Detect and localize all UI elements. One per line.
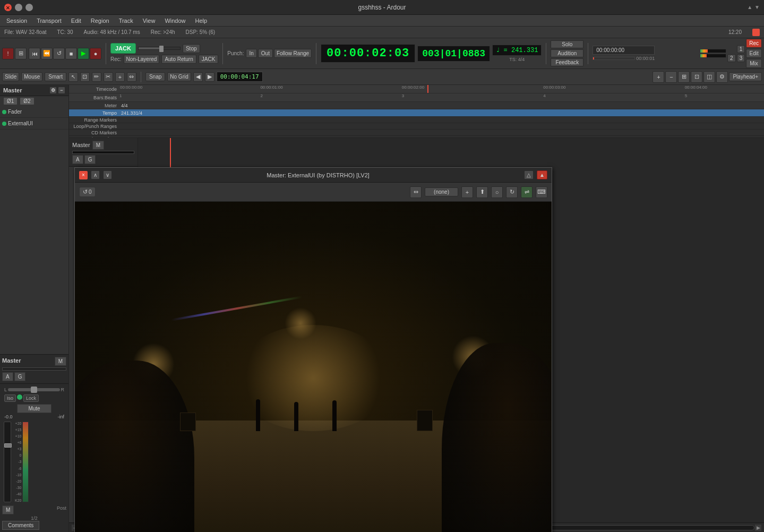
zoom-lock-icon[interactable]: ◫ xyxy=(703,71,715,83)
plugin-link-icon[interactable]: ⇌ xyxy=(521,186,533,198)
plugin-pin-btn[interactable]: ▲ xyxy=(537,170,547,179)
plugin-keyboard-icon[interactable]: ⌨ xyxy=(536,186,547,198)
time-display[interactable]: 00:00:02:03 xyxy=(321,44,415,63)
maximize-button[interactable] xyxy=(25,4,33,11)
rewind-start-btn[interactable]: ⏮ xyxy=(29,48,40,59)
menu-edit[interactable]: Edit xyxy=(67,16,85,25)
play-btn[interactable]: ▶ xyxy=(78,48,89,59)
solo-btn[interactable]: Solo xyxy=(551,40,583,48)
midi-icon[interactable]: ⊞ xyxy=(15,48,27,59)
lr-slider-thumb[interactable] xyxy=(31,387,37,393)
edit-top-btn[interactable]: Edit xyxy=(746,49,762,58)
no-grid-btn[interactable]: No Grid xyxy=(167,72,191,81)
plugin-scale-icon[interactable]: ⇔ xyxy=(410,186,422,198)
master-fader[interactable] xyxy=(4,422,11,502)
comments-btn[interactable]: Comments xyxy=(2,521,39,530)
fader-track-item[interactable]: Fader xyxy=(0,106,68,118)
prev-marker-btn[interactable]: ◀ xyxy=(193,72,203,82)
menu-view[interactable]: View xyxy=(139,16,160,25)
ts-value: TS: 4/4 xyxy=(509,57,525,62)
jack2-btn[interactable]: JACK xyxy=(199,55,219,64)
plugin-min-btn[interactable]: ∧ xyxy=(91,170,100,179)
a-button[interactable]: A xyxy=(2,372,13,381)
loop-btn[interactable]: ↺ xyxy=(53,48,65,59)
g-button[interactable]: G xyxy=(14,372,26,381)
info-indicator[interactable] xyxy=(752,29,760,36)
cut-tool[interactable]: ✂ xyxy=(104,72,113,82)
non-layered-btn[interactable]: Non-Layered xyxy=(124,55,160,64)
auto-return-btn[interactable]: Auto Return xyxy=(161,55,196,64)
master-m-btn[interactable]: M xyxy=(92,141,104,150)
smart-btn[interactable]: Smart xyxy=(45,72,66,81)
title-arrow-up[interactable]: ▲ xyxy=(747,4,752,10)
plugin-close-btn[interactable]: × xyxy=(79,171,88,179)
zoom-out-icon[interactable]: − xyxy=(665,71,677,83)
pencil-tool[interactable]: ✏ xyxy=(92,72,101,82)
lock-btn[interactable]: Lock xyxy=(23,394,39,402)
record-btn[interactable]: ● xyxy=(90,48,101,59)
zoom-full-icon[interactable]: ⊡ xyxy=(691,71,702,83)
rec-top-btn[interactable]: Rec xyxy=(746,39,762,48)
plugin-preset-btn[interactable]: (none) xyxy=(425,187,458,196)
mouse-btn[interactable]: Mouse xyxy=(21,72,42,81)
m-bottom-btn[interactable]: M xyxy=(2,505,14,514)
punch-out-btn[interactable]: Out xyxy=(258,49,273,58)
playhead-btn[interactable]: Playhead+ xyxy=(729,72,762,81)
externalui-track-item[interactable]: ExternalUI xyxy=(0,118,68,130)
sidebar-settings-icon[interactable]: ⚙ xyxy=(49,87,57,94)
num1-btn[interactable]: 2 xyxy=(727,54,736,62)
bar-display[interactable]: 003|01|0883 xyxy=(417,46,490,62)
menu-transport[interactable]: Transport xyxy=(32,16,66,25)
next-marker-btn[interactable]: ▶ xyxy=(205,72,214,82)
slide-btn[interactable]: Slide xyxy=(2,72,19,81)
title-arrow-down[interactable]: ▼ xyxy=(754,4,760,10)
master-volume-slider[interactable] xyxy=(72,151,134,154)
scroll-right-btn[interactable]: ▶ xyxy=(754,524,762,531)
jack-slider[interactable] xyxy=(159,46,164,52)
num3-btn[interactable]: 1 xyxy=(737,45,745,53)
plugin-reset-btn[interactable]: ↺ 0 xyxy=(79,187,96,197)
stop-button[interactable]: Stop xyxy=(183,44,200,53)
num4-btn[interactable]: 3 xyxy=(737,54,745,62)
follow-range-btn[interactable]: Follow Range xyxy=(274,49,312,58)
plugin-add-icon[interactable]: + xyxy=(461,186,473,198)
master-g-btn[interactable]: G xyxy=(84,155,96,164)
alert-icon[interactable]: ! xyxy=(2,48,14,59)
lr-slider-track[interactable] xyxy=(8,388,59,391)
minimize-button[interactable] xyxy=(15,4,22,11)
iso-btn[interactable]: Iso xyxy=(4,394,16,402)
plugin-up-btn[interactable]: △ xyxy=(524,170,534,179)
stop-btn[interactable]: ■ xyxy=(65,48,77,59)
m-button[interactable]: M xyxy=(55,357,66,366)
pointer-tool[interactable]: ↖ xyxy=(68,72,78,82)
fit-icon[interactable]: ⊞ xyxy=(678,71,690,83)
plugin-save-icon[interactable]: ⬆ xyxy=(476,186,488,198)
master-a-btn[interactable]: A xyxy=(72,155,83,164)
feedback-btn[interactable]: Feedback xyxy=(551,58,583,66)
menu-session[interactable]: Session xyxy=(2,16,31,25)
ch1-btn[interactable]: Ø1 xyxy=(3,97,18,105)
range-tool[interactable]: ⊡ xyxy=(80,72,90,82)
menu-track[interactable]: Track xyxy=(115,16,138,25)
punch-in-btn[interactable]: In xyxy=(246,49,256,58)
zoom-in-icon[interactable]: + xyxy=(653,71,664,83)
stretch-tool[interactable]: ⇔ xyxy=(127,72,136,82)
master-fader-bar[interactable] xyxy=(2,367,66,371)
plugin-reload-icon[interactable]: ↻ xyxy=(506,186,518,198)
snap-btn[interactable]: Snap xyxy=(145,72,165,81)
jack-button[interactable]: JACK xyxy=(110,43,136,54)
close-button[interactable]: × xyxy=(4,4,12,11)
rewind-btn[interactable]: ⏪ xyxy=(41,48,53,59)
menu-region[interactable]: Region xyxy=(87,16,114,25)
mix-top-btn[interactable]: Mix xyxy=(746,59,762,68)
ch2-btn[interactable]: Ø2 xyxy=(20,97,34,105)
menu-help[interactable]: Help xyxy=(191,16,212,25)
mute-button[interactable]: Mute xyxy=(17,404,51,413)
settings-icon[interactable]: ⚙ xyxy=(716,71,728,83)
sidebar-collapse-icon[interactable]: − xyxy=(58,87,65,94)
plugin-delete-icon[interactable]: ○ xyxy=(491,186,503,198)
menu-window[interactable]: Window xyxy=(160,16,190,25)
audition-btn[interactable]: Audition xyxy=(551,49,583,57)
plugin-max-btn[interactable]: ∨ xyxy=(103,170,112,179)
crosshair-tool[interactable]: + xyxy=(115,72,125,82)
